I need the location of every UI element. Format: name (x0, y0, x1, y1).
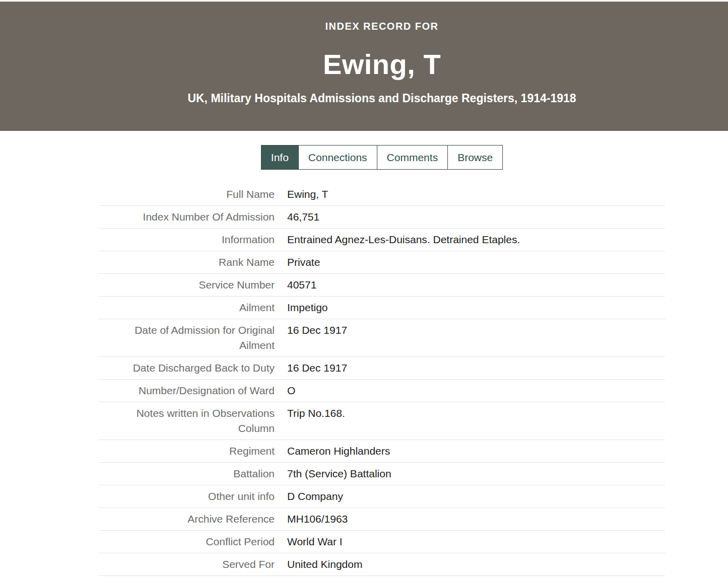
record-row: Regiment Cameron Highlanders (99, 440, 665, 463)
field-value: 16 Dec 1917 (287, 360, 665, 376)
record-row: Other unit info D Company (99, 485, 665, 508)
tab-browse[interactable]: Browse (447, 146, 502, 169)
field-label: Conflict Period (99, 534, 275, 549)
field-value: Private (287, 255, 665, 270)
collection-title: UK, Military Hospitals Admissions and Di… (99, 91, 665, 105)
field-label: Number/Designation of Ward (99, 383, 275, 398)
field-value: Ewing, T (287, 187, 665, 202)
field-value: O (287, 383, 665, 398)
field-value: 16 Dec 1917 (287, 323, 665, 338)
record-row: Index Number Of Admission 46,751 (99, 206, 665, 229)
field-label: Archive Reference (99, 512, 275, 527)
field-label: Index Number Of Admission (99, 209, 275, 225)
record-row: Full Name Ewing, T (99, 183, 665, 206)
field-label: Served For (99, 557, 275, 572)
record-row: Ailment Impetigo (99, 297, 665, 319)
record-table: Full Name Ewing, T Index Number Of Admis… (99, 183, 665, 576)
record-page: INDEX RECORD FOR Ewing, T UK, Military H… (0, 0, 728, 576)
record-row: Battalion 7th (Service) Battalion (99, 463, 665, 485)
record-row: Information Entrained Agnez-Les-Duisans.… (99, 229, 665, 251)
record-header: INDEX RECORD FOR Ewing, T UK, Military H… (0, 2, 728, 131)
record-row: Service Number 40571 (99, 274, 665, 297)
field-value: MH106/1963 (287, 512, 665, 527)
record-title: Ewing, T (99, 49, 665, 80)
field-label: Ailment (99, 300, 275, 315)
field-label: Other unit info (99, 489, 275, 504)
header-content: INDEX RECORD FOR Ewing, T UK, Military H… (99, 20, 665, 105)
field-label: Information (99, 232, 275, 247)
field-value: D Company (287, 489, 665, 504)
field-label: Date Discharged Back to Duty (99, 360, 275, 376)
header-eyebrow: INDEX RECORD FOR (99, 20, 665, 32)
tab-info[interactable]: Info (261, 146, 298, 169)
record-row: Rank Name Private (99, 251, 665, 274)
field-value: Impetigo (287, 300, 665, 315)
field-value: Cameron Highlanders (287, 444, 665, 459)
tab-connections[interactable]: Connections (298, 146, 377, 169)
field-value: United Kingdom (287, 557, 665, 572)
field-label: Battalion (99, 466, 275, 481)
field-value: 7th (Service) Battalion (287, 466, 665, 481)
field-value: 46,751 (287, 209, 665, 225)
record-row: Conflict Period World War I (99, 531, 665, 553)
field-label: Notes written in Observations Column (99, 406, 275, 436)
tab-comments[interactable]: Comments (377, 146, 448, 169)
field-value: World War I (287, 534, 665, 549)
field-label: Rank Name (99, 255, 275, 270)
field-label: Service Number (99, 277, 275, 293)
field-value: Entrained Agnez-Les-Duisans. Detrained E… (287, 232, 665, 247)
field-label: Full Name (99, 187, 275, 202)
record-row: Archive Reference MH106/1963 (99, 508, 665, 531)
record-row: Notes written in Observations Column Tri… (99, 402, 665, 440)
record-row: Date of Admission for Original Ailment 1… (99, 319, 665, 357)
field-label: Date of Admission for Original Ailment (99, 323, 275, 353)
field-value: Trip No.168. (287, 406, 665, 421)
record-row: Number/Designation of Ward O (99, 380, 665, 402)
field-label: Regiment (99, 444, 275, 459)
tab-bar: InfoConnectionsCommentsBrowse (261, 145, 503, 170)
record-row: Date Discharged Back to Duty 16 Dec 1917 (99, 357, 665, 380)
record-tabs: InfoConnectionsCommentsBrowse (99, 145, 665, 170)
record-row: Served For United Kingdom (99, 553, 665, 576)
field-value: 40571 (287, 277, 665, 293)
